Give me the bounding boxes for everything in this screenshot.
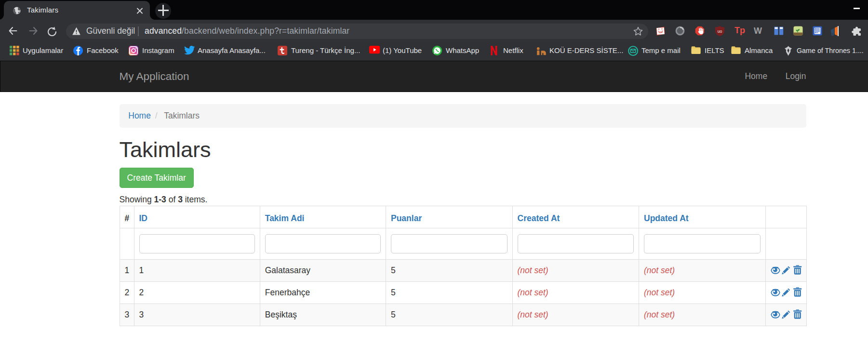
svg-text:uo: uo bbox=[718, 29, 722, 34]
svg-text:W: W bbox=[754, 26, 762, 36]
svg-text:Tp: Tp bbox=[734, 26, 745, 35]
